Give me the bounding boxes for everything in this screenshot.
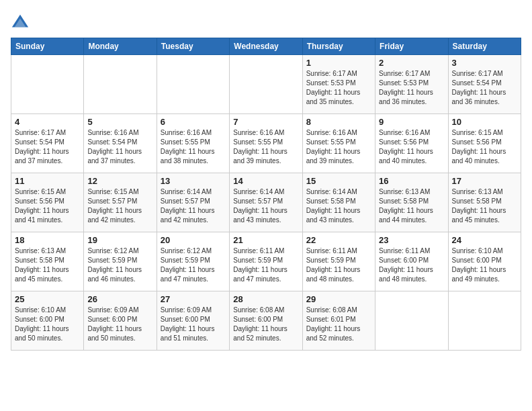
calendar-cell [375,291,448,351]
day-number: 29 [306,294,371,304]
day-number: 18 [15,235,80,245]
calendar-cell: 6Sunrise: 6:16 AM Sunset: 5:55 PM Daylig… [157,114,229,173]
calendar-week-row: 11Sunrise: 6:15 AM Sunset: 5:56 PM Dayli… [11,173,521,232]
day-info: Sunrise: 6:11 AM Sunset: 6:00 PM Dayligh… [379,246,444,284]
day-info: Sunrise: 6:12 AM Sunset: 5:59 PM Dayligh… [161,246,226,284]
day-number: 16 [379,176,444,186]
calendar-cell: 12Sunrise: 6:15 AM Sunset: 5:57 PM Dayli… [84,173,157,232]
calendar-cell [11,55,84,114]
day-info: Sunrise: 6:11 AM Sunset: 5:59 PM Dayligh… [306,246,371,284]
day-info: Sunrise: 6:17 AM Sunset: 5:54 PM Dayligh… [15,128,80,166]
day-info: Sunrise: 6:09 AM Sunset: 6:00 PM Dayligh… [87,306,152,343]
day-info: Sunrise: 6:17 AM Sunset: 5:53 PM Dayligh… [306,69,371,107]
day-number: 28 [233,294,298,304]
day-number: 26 [87,294,152,304]
day-number: 13 [161,176,226,186]
calendar-week-row: 18Sunrise: 6:13 AM Sunset: 5:58 PM Dayli… [11,232,521,291]
day-number: 22 [306,235,371,245]
day-info: Sunrise: 6:10 AM Sunset: 6:00 PM Dayligh… [452,246,517,284]
header-thursday: Thursday [302,38,375,55]
day-number: 24 [452,235,517,245]
calendar-cell: 16Sunrise: 6:13 AM Sunset: 5:58 PM Dayli… [375,173,448,232]
day-info: Sunrise: 6:08 AM Sunset: 6:00 PM Dayligh… [233,306,298,343]
calendar-cell: 22Sunrise: 6:11 AM Sunset: 5:59 PM Dayli… [302,232,375,291]
day-number: 2 [379,58,444,68]
day-number: 23 [379,235,444,245]
day-number: 5 [87,117,152,127]
day-info: Sunrise: 6:16 AM Sunset: 5:55 PM Dayligh… [306,128,371,166]
calendar-cell: 20Sunrise: 6:12 AM Sunset: 5:59 PM Dayli… [157,232,229,291]
header-sunday: Sunday [11,38,84,55]
calendar-cell: 21Sunrise: 6:11 AM Sunset: 5:59 PM Dayli… [230,232,302,291]
day-info: Sunrise: 6:17 AM Sunset: 5:53 PM Dayligh… [379,69,444,107]
day-number: 25 [15,294,80,304]
calendar-cell [84,55,157,114]
calendar-cell: 23Sunrise: 6:11 AM Sunset: 6:00 PM Dayli… [375,232,448,291]
day-number: 8 [306,117,371,127]
day-info: Sunrise: 6:15 AM Sunset: 5:57 PM Dayligh… [87,187,152,225]
calendar-cell: 3Sunrise: 6:17 AM Sunset: 5:54 PM Daylig… [448,55,521,114]
calendar-cell: 18Sunrise: 6:13 AM Sunset: 5:58 PM Dayli… [11,232,84,291]
day-number: 7 [233,117,298,127]
calendar-cell: 8Sunrise: 6:16 AM Sunset: 5:55 PM Daylig… [302,114,375,173]
calendar-cell: 13Sunrise: 6:14 AM Sunset: 5:57 PM Dayli… [157,173,229,232]
day-info: Sunrise: 6:13 AM Sunset: 5:58 PM Dayligh… [452,187,517,225]
day-info: Sunrise: 6:14 AM Sunset: 5:57 PM Dayligh… [233,187,298,225]
day-info: Sunrise: 6:15 AM Sunset: 5:56 PM Dayligh… [452,128,517,166]
day-info: Sunrise: 6:15 AM Sunset: 5:56 PM Dayligh… [15,187,80,225]
day-number: 4 [15,117,80,127]
day-info: Sunrise: 6:14 AM Sunset: 5:57 PM Dayligh… [161,187,226,225]
day-number: 14 [233,176,298,186]
calendar-week-row: 4Sunrise: 6:17 AM Sunset: 5:54 PM Daylig… [11,114,521,173]
day-number: 10 [452,117,517,127]
day-number: 11 [15,176,80,186]
day-info: Sunrise: 6:16 AM Sunset: 5:55 PM Dayligh… [233,128,298,166]
calendar-cell: 1Sunrise: 6:17 AM Sunset: 5:53 PM Daylig… [302,55,375,114]
logo-icon [11,13,30,32]
calendar-week-row: 25Sunrise: 6:10 AM Sunset: 6:00 PM Dayli… [11,291,521,351]
header-friday: Friday [375,38,448,55]
day-number: 19 [87,235,152,245]
day-number: 27 [161,294,226,304]
header-monday: Monday [84,38,157,55]
header-tuesday: Tuesday [157,38,229,55]
day-number: 17 [452,176,517,186]
day-number: 1 [306,58,371,68]
calendar-cell [448,291,521,351]
calendar-cell: 14Sunrise: 6:14 AM Sunset: 5:57 PM Dayli… [230,173,302,232]
day-info: Sunrise: 6:16 AM Sunset: 5:56 PM Dayligh… [379,128,444,166]
calendar-cell: 25Sunrise: 6:10 AM Sunset: 6:00 PM Dayli… [11,291,84,351]
day-info: Sunrise: 6:12 AM Sunset: 5:59 PM Dayligh… [87,246,152,284]
day-number: 6 [161,117,226,127]
calendar-cell: 19Sunrise: 6:12 AM Sunset: 5:59 PM Dayli… [84,232,157,291]
calendar-cell: 29Sunrise: 6:08 AM Sunset: 6:01 PM Dayli… [302,291,375,351]
calendar-cell: 5Sunrise: 6:16 AM Sunset: 5:54 PM Daylig… [84,114,157,173]
header-wednesday: Wednesday [230,38,302,55]
calendar-cell: 4Sunrise: 6:17 AM Sunset: 5:54 PM Daylig… [11,114,84,173]
calendar-cell: 2Sunrise: 6:17 AM Sunset: 5:53 PM Daylig… [375,55,448,114]
calendar-table: SundayMondayTuesdayWednesdayThursdayFrid… [11,38,521,351]
day-info: Sunrise: 6:13 AM Sunset: 5:58 PM Dayligh… [379,187,444,225]
day-number: 3 [452,58,517,68]
day-info: Sunrise: 6:09 AM Sunset: 6:00 PM Dayligh… [161,306,226,343]
header-saturday: Saturday [448,38,521,55]
calendar-cell: 9Sunrise: 6:16 AM Sunset: 5:56 PM Daylig… [375,114,448,173]
calendar-cell: 27Sunrise: 6:09 AM Sunset: 6:00 PM Dayli… [157,291,229,351]
calendar-cell [157,55,229,114]
logo [11,13,32,32]
day-number: 15 [306,176,371,186]
calendar-cell: 11Sunrise: 6:15 AM Sunset: 5:56 PM Dayli… [11,173,84,232]
calendar-cell: 10Sunrise: 6:15 AM Sunset: 5:56 PM Dayli… [448,114,521,173]
calendar-cell: 26Sunrise: 6:09 AM Sunset: 6:00 PM Dayli… [84,291,157,351]
day-info: Sunrise: 6:17 AM Sunset: 5:54 PM Dayligh… [452,69,517,107]
calendar-cell: 28Sunrise: 6:08 AM Sunset: 6:00 PM Dayli… [230,291,302,351]
calendar-cell: 15Sunrise: 6:14 AM Sunset: 5:58 PM Dayli… [302,173,375,232]
day-info: Sunrise: 6:16 AM Sunset: 5:54 PM Dayligh… [87,128,152,166]
page-header [11,11,521,32]
calendar-cell: 24Sunrise: 6:10 AM Sunset: 6:00 PM Dayli… [448,232,521,291]
calendar-cell: 7Sunrise: 6:16 AM Sunset: 5:55 PM Daylig… [230,114,302,173]
day-number: 21 [233,235,298,245]
calendar-cell: 17Sunrise: 6:13 AM Sunset: 5:58 PM Dayli… [448,173,521,232]
day-number: 12 [87,176,152,186]
day-info: Sunrise: 6:10 AM Sunset: 6:00 PM Dayligh… [15,306,80,343]
